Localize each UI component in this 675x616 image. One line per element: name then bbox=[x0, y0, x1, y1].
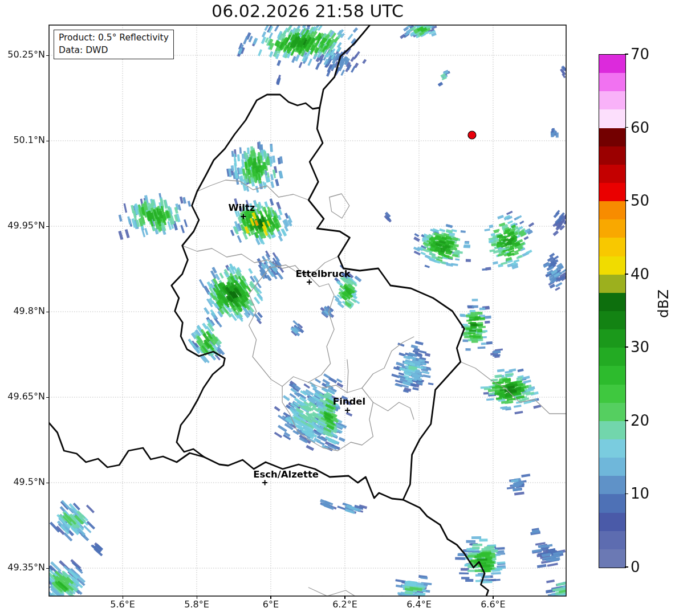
regional-border-line bbox=[282, 382, 373, 451]
colorbar-band bbox=[599, 164, 625, 183]
regional-border-line bbox=[249, 265, 334, 386]
colorbar-band bbox=[599, 201, 625, 220]
colorbar-band bbox=[599, 292, 625, 311]
regional-border-line bbox=[461, 362, 566, 414]
lat-tick-label: 49.95°N bbox=[0, 220, 45, 232]
colorbar-tick-label: 10 bbox=[631, 485, 649, 502]
colorbar-tick-mark bbox=[625, 54, 628, 55]
lon-tick-mark bbox=[344, 596, 345, 599]
colorbar-band bbox=[599, 439, 625, 458]
colorbar-band bbox=[599, 531, 625, 549]
lat-tick-mark bbox=[46, 141, 49, 141]
colorbar-band bbox=[599, 183, 625, 202]
colorbar-band bbox=[599, 329, 625, 348]
lat-tick-mark bbox=[46, 226, 49, 227]
colorbar-band bbox=[599, 146, 625, 165]
colorbar-tick-label: 20 bbox=[631, 412, 649, 429]
lat-tick-label: 49.65°N bbox=[0, 391, 45, 403]
colorbar-tick-mark bbox=[625, 200, 628, 201]
lon-tick-label: 6°E bbox=[245, 599, 296, 610]
lon-tick-mark bbox=[270, 596, 271, 599]
lat-tick-mark bbox=[46, 568, 49, 569]
colorbar-tick-label: 40 bbox=[631, 266, 649, 283]
product-info-line2: Data: DWD bbox=[59, 44, 169, 56]
colorbar-band bbox=[599, 549, 625, 568]
colorbar-band bbox=[599, 311, 625, 330]
colorbar-tick-mark bbox=[625, 493, 628, 495]
colorbar-tick-label: 0 bbox=[631, 558, 640, 576]
lat-tick-mark bbox=[46, 55, 49, 56]
colorbar-axis-label: dBZ bbox=[655, 282, 674, 325]
lon-tick-mark bbox=[418, 596, 419, 599]
colorbar-tick-label: 70 bbox=[631, 46, 649, 63]
lat-tick-mark bbox=[46, 483, 49, 483]
city-marker-icon bbox=[345, 408, 350, 413]
colorbar-band bbox=[599, 219, 625, 238]
lat-tick-label: 49.5°N bbox=[0, 476, 45, 489]
radar-map-page: 06.02.2026 21:58 UTC Product: 0.5° Refle… bbox=[0, 0, 675, 616]
colorbar-tick-label: 60 bbox=[631, 119, 649, 136]
product-info-box: Product: 0.5° Reflectivity Data: DWD bbox=[54, 30, 174, 59]
national-border-line bbox=[48, 422, 204, 467]
colorbar-band bbox=[599, 458, 625, 476]
lon-tick-mark bbox=[197, 596, 197, 599]
lat-tick-label: 49.35°N bbox=[0, 562, 45, 574]
lat-tick-mark bbox=[46, 397, 49, 398]
colorbar-band bbox=[599, 73, 625, 92]
colorbar-band bbox=[599, 476, 625, 495]
colorbar-band bbox=[599, 402, 625, 421]
colorbar-tick-label: 50 bbox=[631, 192, 649, 209]
colorbar-band bbox=[599, 384, 625, 403]
colorbar-band bbox=[599, 128, 625, 146]
lon-tick-label: 6.2°E bbox=[319, 599, 371, 610]
product-info-line1: Product: 0.5° Reflectivity bbox=[59, 31, 169, 44]
national-border-line bbox=[172, 95, 465, 500]
regional-border-line bbox=[362, 337, 414, 388]
lat-tick-label: 50.1°N bbox=[0, 134, 45, 147]
colorbar-band bbox=[599, 366, 625, 385]
city-marker-icon bbox=[262, 480, 267, 486]
colorbar-tick-mark bbox=[625, 346, 628, 348]
lat-tick-label: 49.8°N bbox=[0, 305, 45, 318]
city-label: Esch/Alzette bbox=[253, 469, 319, 480]
lon-tick-label: 5.6°E bbox=[97, 599, 148, 610]
colorbar-band bbox=[599, 348, 625, 366]
city-label: Findel bbox=[333, 396, 365, 407]
colorbar-tick-mark bbox=[625, 420, 628, 421]
colorbar-band bbox=[599, 512, 625, 531]
colorbar-tick-label: 30 bbox=[631, 338, 649, 356]
city-label: Wiltz bbox=[228, 202, 255, 213]
map-borders-layer bbox=[0, 0, 675, 616]
radar-site-marker bbox=[468, 131, 476, 139]
colorbar-band bbox=[599, 91, 625, 110]
plot-title: 06.02.2026 21:58 UTC bbox=[49, 1, 566, 21]
plot-frame bbox=[49, 25, 566, 596]
colorbar-tick-mark bbox=[625, 127, 628, 128]
colorbar-band bbox=[599, 256, 625, 275]
lat-tick-mark bbox=[46, 312, 49, 312]
regional-border-line bbox=[347, 360, 348, 393]
city-marker-icon bbox=[241, 214, 246, 219]
city-label: Ettelbruck bbox=[295, 268, 350, 279]
colorbar-band bbox=[599, 238, 625, 256]
lon-tick-label: 6.4°E bbox=[393, 599, 445, 610]
colorbar-tick-mark bbox=[625, 566, 628, 568]
lon-tick-label: 6.6°E bbox=[467, 599, 519, 610]
lon-tick-label: 5.8°E bbox=[171, 599, 222, 610]
colorbar-tick-mark bbox=[625, 274, 628, 275]
lon-tick-mark bbox=[123, 596, 123, 599]
city-marker-icon bbox=[307, 280, 312, 285]
regional-border-line bbox=[330, 194, 349, 218]
lat-tick-label: 50.25°N bbox=[0, 49, 45, 62]
regional-border-line bbox=[373, 402, 414, 419]
colorbar-band bbox=[599, 494, 625, 513]
dbz-colorbar bbox=[599, 54, 626, 568]
regional-border-line bbox=[197, 180, 309, 200]
colorbar-band bbox=[599, 109, 625, 128]
lon-tick-mark bbox=[493, 596, 493, 599]
colorbar-band bbox=[599, 274, 625, 293]
colorbar-band bbox=[599, 421, 625, 439]
colorbar-band bbox=[599, 55, 625, 74]
national-border-line bbox=[320, 21, 373, 108]
